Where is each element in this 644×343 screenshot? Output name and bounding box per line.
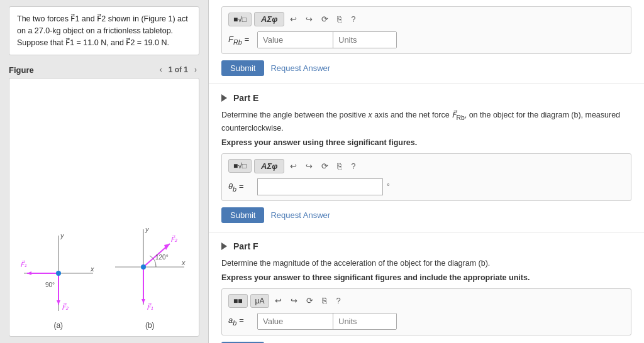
part-f-answer-box: ■■ μA ↩ ↪ ⟳ ⎘ ? ab = — [221, 288, 631, 335]
part-e-toolbar: ■√□ AΣφ ↩ ↪ ⟳ ⎘ ? — [228, 159, 625, 173]
text-icon-f: μA — [255, 297, 265, 305]
greek-icon-e: AΣφ — [261, 161, 277, 171]
keyboard-icon-d[interactable]: ⎘ — [334, 13, 345, 25]
text-button-f[interactable]: μA — [250, 294, 270, 308]
part-d-toolbar: ■√□ AΣφ ↩ ↪ ⟳ ⎘ ? — [228, 12, 625, 26]
svg-text:x: x — [181, 259, 186, 266]
svg-marker-5 — [27, 271, 31, 275]
part-f-toolbar: ■■ μA ↩ ↪ ⟳ ⎘ ? — [228, 294, 625, 308]
part-f-description: Determine the magnitude of the accelerat… — [221, 258, 631, 270]
part-e-section: Part E Determine the angle between the p… — [209, 84, 644, 232]
svg-text:x: x — [90, 265, 94, 273]
redo-icon-d[interactable]: ↪ — [303, 13, 316, 25]
next-figure-button[interactable]: › — [192, 64, 199, 75]
keyboard-icon-f[interactable]: ⎘ — [319, 295, 330, 307]
part-d-units-input[interactable] — [333, 32, 396, 48]
svg-text:F⃗₁: F⃗₁ — [20, 260, 27, 268]
part-f-var-label: ab = — [228, 315, 253, 327]
svg-text:F⃗₂: F⃗₂ — [170, 235, 177, 243]
part-f-section: Part F Determine the magnitude of the ac… — [209, 232, 644, 343]
help-icon-e[interactable]: ? — [348, 160, 358, 172]
part-d-submit-button[interactable]: Submit — [221, 60, 264, 76]
part-d-request-link[interactable]: Request Answer — [270, 63, 330, 73]
matrix-icon-d: ■√□ — [233, 15, 247, 24]
undo-icon-f[interactable]: ↩ — [272, 295, 285, 307]
keyboard-icon-e[interactable]: ⎘ — [334, 160, 345, 172]
part-f-input-row: ab = — [228, 313, 625, 330]
greek-button-e[interactable]: AΣφ — [254, 159, 284, 173]
part-e-title: Part E — [233, 93, 258, 103]
figure-area: Figure ‹ 1 of 1 › y x — [9, 62, 199, 337]
figure-nav: ‹ 1 of 1 › — [157, 64, 199, 75]
figure-label: Figure — [9, 65, 34, 75]
part-e-var-label: θb = — [228, 182, 253, 193]
help-icon-f[interactable]: ? — [333, 295, 343, 307]
undo-icon-d[interactable]: ↩ — [287, 13, 300, 25]
svg-text:90°: 90° — [45, 281, 55, 288]
left-panel: The two forces F⃗1 and F⃗2 shown in (Fig… — [0, 0, 209, 343]
refresh-icon-d[interactable]: ⟳ — [318, 13, 331, 25]
part-e-collapse-button[interactable] — [221, 94, 227, 102]
part-e-input-row: θb = ° — [228, 178, 625, 195]
part-f-value-input[interactable] — [258, 313, 333, 329]
degree-symbol: ° — [387, 182, 390, 191]
part-e-description: Determine the angle between the positive… — [221, 109, 631, 134]
part-d-button-row: Submit Request Answer — [221, 60, 631, 76]
diagram-a-label: (a) — [53, 321, 63, 330]
part-f-header: Part F — [221, 241, 631, 251]
part-e-angle-input[interactable] — [257, 178, 383, 195]
matrix-icon-e: ■√□ — [233, 161, 247, 170]
right-panel: ■√□ AΣφ ↩ ↪ ⟳ ⎘ ? FRb = Submit R — [209, 0, 644, 343]
svg-marker-20 — [142, 299, 145, 303]
part-d-value-input[interactable] — [258, 32, 333, 48]
part-d-input-wrapper — [257, 31, 397, 48]
part-d-section: ■√□ AΣφ ↩ ↪ ⟳ ⎘ ? FRb = Submit R — [209, 0, 644, 84]
redo-icon-e[interactable]: ↪ — [303, 160, 316, 172]
part-e-request-link[interactable]: Request Answer — [270, 210, 330, 220]
part-e-submit-button[interactable]: Submit — [221, 207, 264, 223]
part-d-answer-box: ■√□ AΣφ ↩ ↪ ⟳ ⎘ ? FRb = — [221, 6, 631, 54]
part-e-instruction: Express your answer using three signific… — [221, 138, 631, 147]
refresh-icon-f[interactable]: ⟳ — [303, 295, 316, 307]
refresh-icon-e[interactable]: ⟳ — [318, 160, 331, 172]
svg-text:F⃗₁: F⃗₁ — [147, 303, 153, 311]
matrix-button-e[interactable]: ■√□ — [228, 159, 252, 173]
figure-page: 1 of 1 — [169, 65, 188, 74]
diagram-b: y x F⃗₂ F⃗₁ 1 — [109, 223, 191, 330]
part-d-input-row: FRb = — [228, 31, 625, 48]
part-f-collapse-button[interactable] — [221, 242, 227, 250]
diagram-a: y x F⃗₁ F⃗₂ 90° (a — [18, 229, 99, 330]
part-f-instruction: Express your answer to three significant… — [221, 273, 631, 282]
greek-button-d[interactable]: AΣφ — [254, 12, 284, 26]
problem-text: The two forces F⃗1 and F⃗2 shown in (Fig… — [9, 6, 199, 55]
figure-diagrams: y x F⃗₁ F⃗₂ 90° (a — [9, 78, 199, 337]
help-icon-d[interactable]: ? — [348, 13, 358, 25]
figure-header: Figure ‹ 1 of 1 › — [9, 62, 199, 78]
part-f-units-input[interactable] — [333, 313, 396, 329]
matrix-icon-f: ■■ — [233, 297, 243, 305]
matrix-button-f[interactable]: ■■ — [228, 294, 248, 308]
svg-marker-17 — [164, 244, 170, 250]
part-d-var-label: FRb = — [228, 35, 253, 46]
greek-icon-d: AΣφ — [261, 14, 277, 24]
svg-text:120°: 120° — [155, 254, 169, 261]
matrix-button-d[interactable]: ■√□ — [228, 13, 252, 26]
part-f-title: Part F — [233, 241, 258, 251]
part-f-input-wrapper — [257, 313, 397, 330]
svg-text:y: y — [145, 226, 150, 233]
svg-text:F⃗₂: F⃗₂ — [62, 303, 69, 311]
svg-text:y: y — [60, 232, 65, 239]
undo-icon-e[interactable]: ↩ — [287, 160, 300, 172]
part-e-button-row: Submit Request Answer — [221, 207, 631, 223]
svg-point-10 — [56, 271, 61, 276]
svg-marker-8 — [57, 300, 60, 305]
diagram-b-label: (b) — [145, 321, 155, 330]
problem-description: The two forces F⃗1 and F⃗2 shown in (Fig… — [17, 14, 188, 47]
prev-figure-button[interactable]: ‹ — [157, 64, 165, 75]
part-e-header: Part E — [221, 93, 631, 103]
svg-point-22 — [141, 264, 146, 270]
part-e-answer-box: ■√□ AΣφ ↩ ↪ ⟳ ⎘ ? θb = ° — [221, 153, 631, 201]
redo-icon-f[interactable]: ↪ — [287, 295, 301, 307]
